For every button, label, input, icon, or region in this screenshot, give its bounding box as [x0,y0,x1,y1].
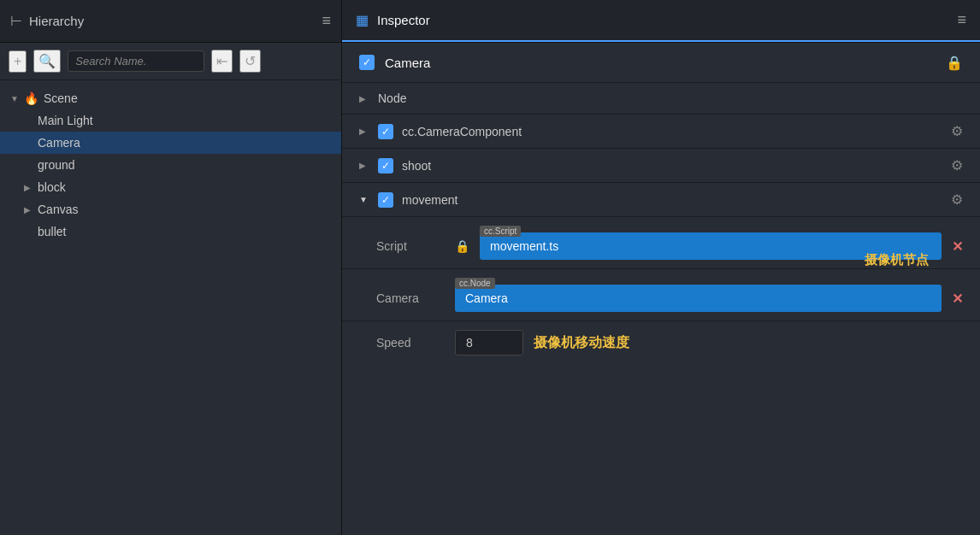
shoot-gear-icon[interactable]: ⚙ [951,157,963,173]
main-light-label: Main Light [38,114,93,127]
section-shoot-header[interactable]: ▶ ✓ shoot ⚙ [342,149,980,182]
speed-field-row: Speed 摄像机移动速度 [342,321,980,364]
section-movement-header: ▼ ✓ movement ⚙ [342,183,980,217]
hierarchy-tree: ▼ 🔥 Scene Main Light Camera ground ▶ [0,80,341,535]
block-arrow: ▶ [24,183,38,192]
camera-input-container: cc.Node [455,285,942,312]
camera-input[interactable] [455,285,942,312]
movement-checkbox[interactable]: ✓ [378,192,393,208]
section-movement: ▼ ✓ movement ⚙ Script 🔒 cc.Script ✕ Came… [342,183,980,364]
tree-item-scene[interactable]: ▼ 🔥 Scene [0,87,341,109]
hierarchy-menu-icon[interactable]: ≡ [322,12,331,30]
inspector-panel-title: Inspector [377,13,948,27]
search-button[interactable]: 🔍 [33,50,61,73]
cc-camera-checkbox[interactable]: ✓ [378,124,393,139]
camera-label: Camera [38,136,80,150]
inspector-menu-icon[interactable]: ≡ [957,11,966,29]
camera-field-label: Camera [376,291,445,305]
script-badge: cc.Script [480,226,521,237]
tree-item-ground[interactable]: ground [0,154,341,176]
section-cc-camera: ▶ ✓ cc.CameraComponent ⚙ [342,115,980,149]
inspector-tab[interactable]: ▦ Inspector ≡ [342,0,980,42]
script-clear-icon[interactable]: ✕ [952,238,963,255]
inspector-panel-icon: ▦ [356,12,369,28]
speed-label: Speed [376,336,445,350]
ground-label: ground [38,158,75,172]
shoot-title: shoot [402,159,942,173]
hierarchy-tab: ⊢ Hierarchy ≡ [0,0,342,42]
shoot-checkbox[interactable]: ✓ [378,158,393,173]
hierarchy-panel-title: Hierarchy [29,14,315,28]
node-section-arrow: ▶ [359,94,369,103]
section-node: ▶ Node [342,83,980,115]
tree-item-main-light[interactable]: Main Light [0,109,341,132]
camera-badge: cc.Node [455,278,495,289]
refresh-button[interactable]: ↺ [239,50,261,73]
movement-arrow: ▼ [359,195,369,204]
tree-item-bullet[interactable]: bullet [0,220,341,243]
scene-arrow: ▼ [10,94,24,103]
block-label: block [38,180,66,194]
tree-item-block[interactable]: ▶ block [0,176,341,198]
speed-annotation: 摄像机移动速度 [534,334,629,352]
script-label: Script [376,239,445,253]
camera-node-annotation: 摄像机节点 [865,252,929,268]
camera-clear-icon[interactable]: ✕ [952,291,963,307]
hierarchy-panel-icon: ⊢ [10,13,22,29]
cc-camera-gear-icon[interactable]: ⚙ [951,123,963,139]
add-button[interactable]: + [9,50,27,73]
node-enable-checkbox[interactable]: ✓ [359,55,375,70]
node-section-title: Node [378,91,963,105]
main-content: + 🔍 ⇤ ↺ ▼ 🔥 Scene Main Light Camera [0,43,980,535]
node-name: Camera [385,56,963,70]
section-node-header[interactable]: ▶ Node [342,83,980,114]
canvas-arrow: ▶ [24,205,38,215]
top-bar: ⊢ Hierarchy ≡ ▦ Inspector ≡ [0,0,980,43]
scene-label: Scene [44,91,78,105]
cc-camera-arrow: ▶ [359,126,369,136]
bullet-label: bullet [38,225,66,238]
section-cc-camera-header[interactable]: ▶ ✓ cc.CameraComponent ⚙ [342,115,980,148]
section-shoot: ▶ ✓ shoot ⚙ [342,149,980,183]
shoot-arrow: ▶ [359,161,369,170]
inspector-lock-icon[interactable]: 🔒 [946,55,963,71]
tree-item-canvas[interactable]: ▶ Canvas [0,198,341,220]
inspector-header: ✓ Camera 🔒 [342,43,980,83]
collapse-button[interactable]: ⇤ [211,50,233,73]
hierarchy-panel: + 🔍 ⇤ ↺ ▼ 🔥 Scene Main Light Camera [0,43,342,535]
movement-gear-icon[interactable]: ⚙ [951,191,963,208]
hierarchy-toolbar: + 🔍 ⇤ ↺ [0,43,341,80]
search-input[interactable] [68,50,204,72]
fire-icon: 🔥 [24,91,38,105]
tree-item-camera[interactable]: Camera [0,132,341,154]
inspector-panel: ✓ Camera 🔒 ▶ Node ▶ ✓ cc.CameraComponent… [342,43,980,535]
cc-camera-title: cc.CameraComponent [402,125,942,138]
movement-title: movement [402,193,942,207]
camera-field-row: Camera cc.Node ✕ 摄像机节点 [342,269,980,321]
script-lock-icon: 🔒 [455,239,469,253]
speed-input[interactable] [455,330,523,356]
canvas-label: Canvas [38,203,78,216]
